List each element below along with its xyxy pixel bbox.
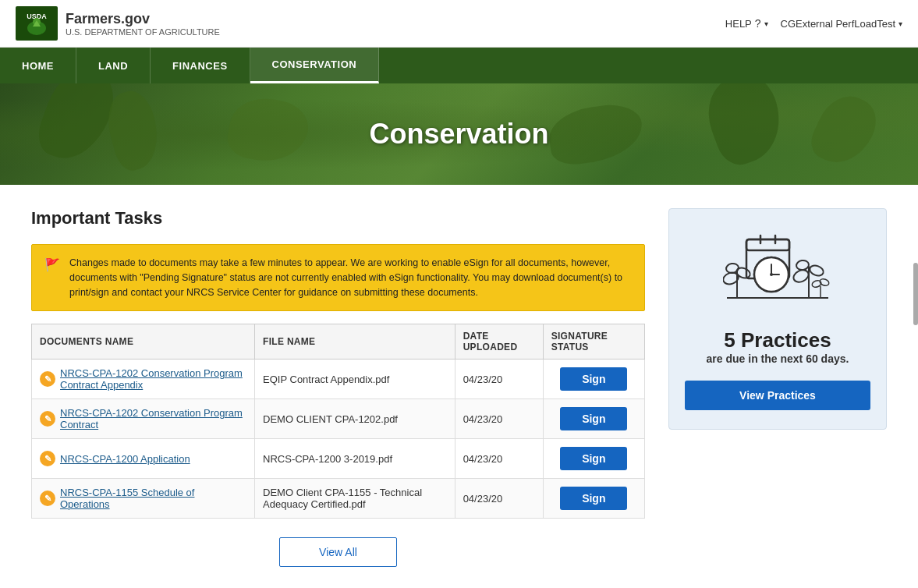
sign-cell: Sign (543, 439, 644, 479)
scrollbar[interactable] (913, 263, 918, 325)
doc-name-cell: ✎NRCS-CPA-1200 Application (32, 439, 255, 479)
doc-link[interactable]: NRCS-CPA-1200 Application (60, 453, 190, 465)
usda-emblem-icon: USDA (16, 6, 58, 41)
main-nav: HOME LAND FINANCES CONSERVATION (0, 48, 918, 83)
file-name-cell: NRCS-CPA-1200 3-2019.pdf (255, 439, 455, 479)
sign-button[interactable]: Sign (560, 487, 627, 510)
view-all-container: View All (31, 537, 645, 567)
usda-text: Farmers.gov U.S. DEPARTMENT OF AGRICULTU… (66, 11, 220, 37)
file-name-cell: EQIP Contract Appendix.pdf (255, 360, 455, 399)
table-row: ✎NRCS-CPA-1202 Conservation Program Cont… (32, 360, 645, 399)
documents-table: DOCUMENTS NAME FILE NAME DATE UPLOADED S… (31, 324, 645, 519)
svg-rect-6 (746, 239, 789, 250)
right-panel: 5 Practices are due in the next 60 days.… (668, 208, 887, 567)
sign-button[interactable]: Sign (560, 407, 627, 430)
user-chevron-icon: ▾ (899, 19, 902, 28)
help-chevron-icon: ▾ (764, 19, 768, 28)
col-file-name: FILE NAME (255, 324, 455, 360)
view-all-button[interactable]: View All (279, 537, 397, 567)
col-date-uploaded: DATE UPLOADED (455, 324, 543, 360)
flag-icon: 🚩 (44, 257, 60, 272)
doc-link[interactable]: NRCS-CPA-1202 Conservation Program Contr… (60, 407, 246, 430)
doc-link[interactable]: NRCS-CPA-1155 Schedule of Operations (60, 487, 246, 510)
svg-point-21 (796, 260, 810, 271)
svg-point-13 (770, 273, 773, 276)
help-question-icon: ? (755, 17, 761, 30)
help-link[interactable]: HELP ? ▾ (725, 17, 768, 30)
svg-point-20 (808, 264, 824, 277)
doc-icon: ✎ (40, 371, 55, 387)
user-name: CGExternal PerfLoadTest (781, 18, 895, 30)
col-signature-status: SIGNATURE STATUS (543, 324, 644, 360)
table-row: ✎NRCS-CPA-1200 ApplicationNRCS-CPA-1200 … (32, 439, 645, 479)
user-menu[interactable]: CGExternal PerfLoadTest ▾ (781, 18, 902, 30)
hero-title: Conservation (369, 118, 548, 151)
alert-text: Changes made to documents may take a few… (69, 256, 632, 299)
site-name: Farmers.gov (66, 11, 220, 27)
practices-card: 5 Practices are due in the next 60 days.… (668, 208, 887, 430)
sign-cell: Sign (543, 360, 644, 399)
date-cell: 04/23/20 (455, 439, 543, 479)
sign-cell: Sign (543, 399, 644, 439)
nav-item-land[interactable]: LAND (76, 48, 151, 83)
section-title: Important Tasks (31, 208, 645, 228)
file-name-cell: DEMO Client CPA-1155 - Technical Adequac… (255, 479, 455, 519)
nav-item-conservation[interactable]: CONSERVATION (250, 48, 380, 83)
date-cell: 04/23/20 (455, 399, 543, 439)
doc-name-cell: ✎NRCS-CPA-1155 Schedule of Operations (32, 479, 255, 519)
doc-icon: ✎ (40, 411, 55, 427)
practices-icon (723, 228, 832, 313)
practices-desc: are due in the next 60 days. (685, 352, 870, 365)
date-cell: 04/23/20 (455, 479, 543, 519)
alert-banner: 🚩 Changes made to documents may take a f… (31, 244, 645, 311)
nav-item-finances[interactable]: FINANCES (151, 48, 250, 83)
table-row: ✎NRCS-CPA-1202 Conservation Program Cont… (32, 399, 645, 439)
practices-count: 5 Practices (685, 328, 870, 352)
help-label: HELP (725, 18, 752, 30)
doc-name-cell: ✎NRCS-CPA-1202 Conservation Program Cont… (32, 360, 255, 399)
col-documents-name: DOCUMENTS NAME (32, 324, 255, 360)
doc-icon: ✎ (40, 451, 55, 466)
nav-item-home[interactable]: HOME (0, 48, 76, 83)
usda-logo: USDA Farmers.gov U.S. DEPARTMENT OF AGRI… (16, 6, 220, 41)
doc-name-cell: ✎NRCS-CPA-1202 Conservation Program Cont… (32, 399, 255, 439)
left-section: Important Tasks 🚩 Changes made to docume… (31, 208, 645, 567)
view-practices-button[interactable]: View Practices (685, 381, 870, 410)
sign-cell: Sign (543, 479, 644, 519)
main-content: Important Tasks 🚩 Changes made to docume… (0, 185, 918, 588)
date-cell: 04/23/20 (455, 360, 543, 399)
top-header: USDA Farmers.gov U.S. DEPARTMENT OF AGRI… (0, 0, 918, 48)
sign-button[interactable]: Sign (560, 447, 627, 470)
table-row: ✎NRCS-CPA-1155 Schedule of OperationsDEM… (32, 479, 645, 519)
sign-button[interactable]: Sign (560, 367, 627, 391)
doc-icon: ✎ (40, 491, 55, 506)
header-right: HELP ? ▾ CGExternal PerfLoadTest ▾ (725, 17, 902, 30)
file-name-cell: DEMO CLIENT CPA-1202.pdf (255, 399, 455, 439)
dept-name: U.S. DEPARTMENT OF AGRICULTURE (66, 27, 220, 37)
doc-link[interactable]: NRCS-CPA-1202 Conservation Program Contr… (60, 367, 246, 391)
hero-banner: Conservation (0, 83, 918, 185)
